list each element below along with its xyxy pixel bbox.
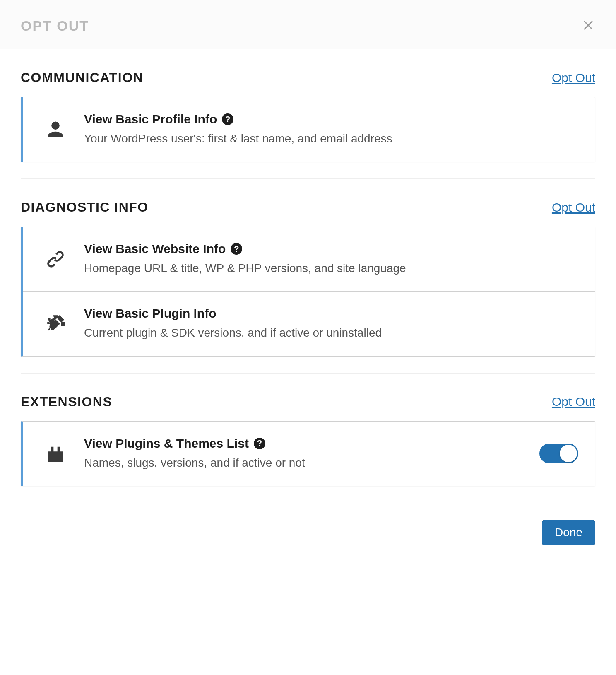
- card-content: View Basic Website Info ? Homepage URL &…: [84, 242, 578, 276]
- card-title-text: View Basic Plugin Info: [84, 306, 217, 321]
- card-title: View Plugins & Themes List ?: [84, 436, 523, 451]
- card-content: View Plugins & Themes List ? Names, slug…: [84, 436, 523, 471]
- modal-body: COMMUNICATION Opt Out View Basic Profile…: [0, 49, 616, 507]
- section-title: DIAGNOSTIC INFO: [21, 200, 149, 215]
- card-group: View Basic Website Info ? Homepage URL &…: [21, 227, 595, 356]
- section-communication: COMMUNICATION Opt Out View Basic Profile…: [21, 49, 595, 162]
- card-profile-info: View Basic Profile Info ? Your WordPress…: [23, 97, 595, 162]
- help-icon[interactable]: ?: [222, 113, 233, 125]
- card-desc: Your WordPress user's: first & last name…: [84, 130, 578, 147]
- card-group: View Plugins & Themes List ? Names, slug…: [21, 421, 595, 486]
- opt-out-modal: OPT OUT COMMUNICATION Opt Out View Basic…: [0, 0, 616, 558]
- section-extensions: EXTENSIONS Opt Out View Plugins & Themes…: [21, 373, 595, 486]
- modal-header: OPT OUT: [0, 0, 616, 49]
- section-header: DIAGNOSTIC INFO Opt Out: [21, 200, 595, 215]
- card-title: View Basic Website Info ?: [84, 242, 578, 256]
- card-content: View Basic Plugin Info Current plugin & …: [84, 306, 578, 341]
- plugins-icon: [43, 441, 67, 465]
- modal-footer: Done: [0, 507, 616, 558]
- card-desc: Current plugin & SDK versions, and if ac…: [84, 325, 578, 341]
- user-icon: [43, 118, 67, 142]
- card-plugins-themes: View Plugins & Themes List ? Names, slug…: [23, 422, 595, 486]
- section-header: COMMUNICATION Opt Out: [21, 70, 595, 85]
- card-group: View Basic Profile Info ? Your WordPress…: [21, 97, 595, 162]
- section-title: COMMUNICATION: [21, 70, 143, 85]
- card-desc: Homepage URL & title, WP & PHP versions,…: [84, 260, 578, 276]
- done-button[interactable]: Done: [542, 520, 595, 545]
- card-title: View Basic Profile Info ?: [84, 112, 578, 126]
- card-content: View Basic Profile Info ? Your WordPress…: [84, 112, 578, 147]
- help-icon[interactable]: ?: [254, 438, 265, 449]
- toggle-plugins-themes[interactable]: [539, 444, 578, 463]
- opt-out-link-extensions[interactable]: Opt Out: [552, 395, 595, 409]
- card-desc: Names, slugs, versions, and if active or…: [84, 455, 523, 471]
- card-title-text: View Basic Profile Info: [84, 112, 217, 126]
- section-header: EXTENSIONS Opt Out: [21, 394, 595, 410]
- close-icon[interactable]: [581, 17, 595, 34]
- card-title-text: View Plugins & Themes List: [84, 436, 249, 451]
- card-plugin-info: View Basic Plugin Info Current plugin & …: [23, 291, 595, 356]
- help-icon[interactable]: ?: [231, 243, 242, 255]
- opt-out-link-communication[interactable]: Opt Out: [552, 71, 595, 85]
- card-title: View Basic Plugin Info: [84, 306, 578, 321]
- opt-out-link-diagnostic[interactable]: Opt Out: [552, 200, 595, 215]
- section-title: EXTENSIONS: [21, 394, 112, 410]
- section-diagnostic: DIAGNOSTIC INFO Opt Out View Basic Websi…: [21, 178, 595, 356]
- card-title-text: View Basic Website Info: [84, 242, 226, 256]
- modal-title: OPT OUT: [21, 18, 89, 34]
- plug-icon: [43, 312, 67, 336]
- link-icon: [43, 247, 67, 271]
- card-website-info: View Basic Website Info ? Homepage URL &…: [23, 227, 595, 291]
